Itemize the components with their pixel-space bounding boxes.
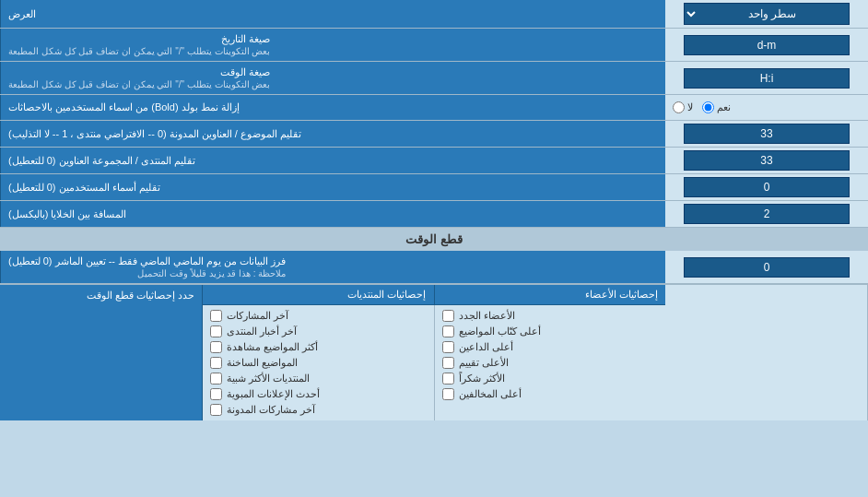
time-section-header: قطع الوقت [0,228,868,251]
stats-checkboxes-container: الأعضاء الجدد أعلى كتّاب المواضيع أعلى ا… [203,305,665,420]
date-format-input-cell [665,29,868,61]
stat-blog-posts-cb[interactable] [210,404,222,416]
time-cutoff-input-cell [665,251,868,283]
stat-members-new: الأعضاء الجدد [442,308,659,324]
stat-classifieds: أحدث الإعلانات المبوية [210,386,427,402]
bold-label: إزالة نمط بولد (Bold) من اسماء المستخدمي… [0,95,665,120]
trim-users-input-cell [665,174,868,200]
stat-most-similar-cb[interactable] [210,373,222,385]
trim-forum-input[interactable] [684,150,850,171]
display-input-cell: سطر واحد سطرين [665,0,868,28]
stat-forum-news-cb[interactable] [210,325,222,337]
stat-hot-topics-cb[interactable] [210,357,222,369]
stats-label-spacer [665,285,868,420]
stat-top-inviters-cb[interactable] [442,341,454,353]
stat-most-thanks: الأكثر شكراً [442,371,659,386]
stat-top-writers-cb[interactable] [442,325,454,337]
stat-most-viewed-cb[interactable] [210,341,222,353]
time-cutoff-input[interactable] [684,257,850,278]
time-cutoff-label: فرز البيانات من يوم الماضي الماضي فقط --… [0,251,665,283]
date-format-label: صيغة التاريخبعض التكوينات يتطلب "/" التي… [0,29,665,61]
trim-forum-label: تقليم المنتدى / المجموعة العناوين (0 للت… [0,148,665,173]
trim-title-label: تقليم الموضوع / العناوين المدونة (0 -- ا… [0,121,665,147]
trim-forum-input-cell [665,148,868,173]
stat-top-violations: أعلى المخالفين [442,386,659,402]
stats-col1-header: إحصاثيات المنتديات [203,285,434,304]
trim-title-input-cell [665,121,868,147]
trim-users-input[interactable] [684,177,850,197]
stats-container: إحصاثيات الأعضاء إحصاثيات المنتديات الأع… [0,284,868,420]
stat-top-rated-cb[interactable] [442,357,454,369]
stat-top-violations-cb[interactable] [442,388,454,400]
time-cutoff-row: فرز البيانات من يوم الماضي الماضي فقط --… [0,251,868,284]
stat-top-rated: الأعلى تقييم [442,355,659,371]
stat-most-similar: المنتديات الأكثر شبية [210,371,427,386]
stat-top-inviters: أعلى الداعين [442,339,659,355]
stat-most-viewed: أكثر المواضيع مشاهدة [210,339,427,355]
stats-col2-header: إحصاثيات الأعضاء [434,285,666,304]
trim-title-row: تقليم الموضوع / العناوين المدونة (0 -- ا… [0,121,868,148]
stat-forum-news: آخر أخبار المنتدى [210,324,427,339]
bold-no-radio[interactable] [673,101,685,113]
stat-classifieds-cb[interactable] [210,388,222,400]
time-format-input[interactable] [684,68,850,89]
date-format-input[interactable] [684,35,850,55]
stat-members-new-cb[interactable] [442,310,454,322]
stat-most-thanks-cb[interactable] [442,373,454,385]
stat-blog-posts: آخر مشاركات المدونة [210,402,427,418]
bold-radio-cell: نعم لا [665,95,868,120]
time-format-row: صيغة الوقتبعض التكوينات يتطلب "/" التي ي… [0,62,868,95]
stats-col1-checkboxes: آخر المشاركات آخر أخبار المنتدى أكثر الم… [203,305,434,420]
time-format-input-cell [665,62,868,94]
cell-space-input-cell [665,201,868,227]
bold-yes-label[interactable]: نعم [702,101,731,113]
stats-header-row: إحصاثيات الأعضاء إحصاثيات المنتديات [203,285,665,305]
trim-users-row: تقليم أسماء المستخدمين (0 للتعطيل) [0,174,868,201]
time-format-label: صيغة الوقتبعض التكوينات يتطلب "/" التي ي… [0,62,665,94]
stat-top-writers: أعلى كتّاب المواضيع [442,324,659,339]
display-select[interactable]: سطر واحد سطرين [684,3,850,25]
display-label: العرض [0,0,665,28]
bold-no-label[interactable]: لا [673,101,693,113]
display-row: سطر واحد سطرين العرض [0,0,868,29]
trim-forum-row: تقليم المنتدى / المجموعة العناوين (0 للت… [0,148,868,174]
cell-space-label: المسافة بين الخلايا (بالبكسل) [0,201,665,227]
date-format-row: صيغة التاريخبعض التكوينات يتطلب "/" التي… [0,29,868,62]
stat-last-posts-cb[interactable] [210,310,222,322]
stat-hot-topics: المواضيع الساخنة [210,355,427,371]
cell-space-row: المسافة بين الخلايا (بالبكسل) [0,201,868,228]
cell-space-input[interactable] [684,204,850,224]
main-container: سطر واحد سطرين العرض صيغة التاريخبعض الت… [0,0,868,420]
trim-users-label: تقليم أسماء المستخدمين (0 للتعطيل) [0,174,665,200]
trim-title-input[interactable] [684,124,850,144]
stats-col2-checkboxes: الأعضاء الجدد أعلى كتّاب المواضيع أعلى ا… [434,305,666,420]
stats-section-label: حدد إحصاثيات قطع الوقت [0,285,203,420]
stat-last-posts: آخر المشاركات [210,308,427,324]
time-section-header-row: قطع الوقت [0,228,868,251]
stats-content: إحصاثيات الأعضاء إحصاثيات المنتديات الأع… [203,285,665,420]
bold-row: نعم لا إزالة نمط بولد (Bold) من اسماء ال… [0,95,868,121]
bold-yes-radio[interactable] [702,101,714,113]
